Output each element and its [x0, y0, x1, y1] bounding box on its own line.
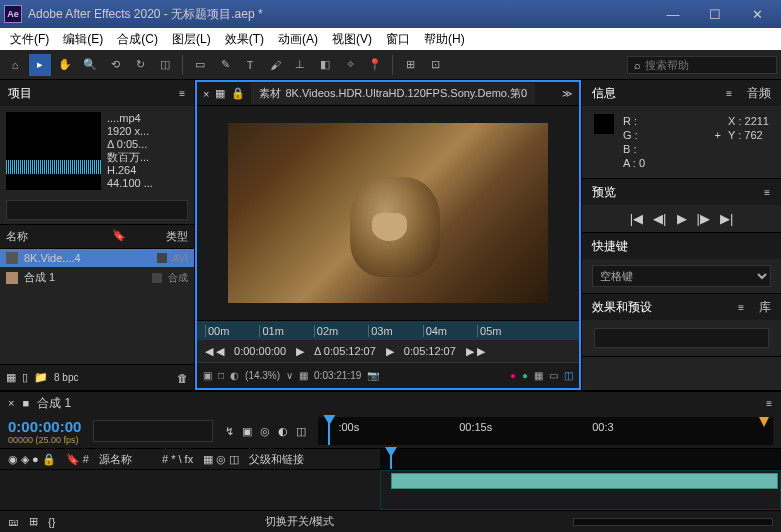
- menu-layer[interactable]: 图层(L): [166, 29, 217, 50]
- footage-metadata: ....mp4 1920 x... Δ 0:05... 数百万... H.264…: [107, 112, 153, 190]
- menu-file[interactable]: 文件(F): [4, 29, 55, 50]
- video-frame: [228, 123, 548, 303]
- menu-window[interactable]: 窗口: [380, 29, 416, 50]
- maximize-button[interactable]: ☐: [703, 7, 727, 22]
- col-source[interactable]: 源名称: [99, 452, 132, 467]
- lock-icon[interactable]: 🔒: [231, 87, 245, 100]
- tl-icon[interactable]: ◐: [278, 425, 288, 438]
- audio-tab[interactable]: 音频: [747, 85, 771, 102]
- channel-icon[interactable]: ▦: [299, 370, 308, 381]
- align-icon[interactable]: ⊡: [424, 54, 446, 76]
- rotate-tool[interactable]: ↻: [129, 54, 151, 76]
- snap-icon[interactable]: ⊞: [399, 54, 421, 76]
- timeline-search[interactable]: [93, 420, 213, 442]
- panel-menu-icon[interactable]: ≡: [179, 88, 186, 99]
- puppet-tool[interactable]: 📍: [364, 54, 386, 76]
- close-tab-icon[interactable]: ×: [203, 88, 209, 100]
- project-item[interactable]: 8K.Vide....4 AVI: [0, 249, 194, 267]
- col-name-header[interactable]: 名称: [6, 229, 28, 244]
- playhead[interactable]: [390, 449, 392, 469]
- tl-footer-icon[interactable]: ⊞: [29, 515, 38, 528]
- menu-effect[interactable]: 效果(T): [219, 29, 270, 50]
- grid-icon[interactable]: ▦: [215, 87, 225, 100]
- col-type-header[interactable]: 类型: [166, 229, 188, 244]
- eraser-tool[interactable]: ◧: [314, 54, 336, 76]
- divider: [182, 55, 183, 75]
- help-search-input[interactable]: [645, 59, 770, 71]
- selection-tool[interactable]: ▸: [29, 54, 51, 76]
- menu-view[interactable]: 视图(V): [326, 29, 378, 50]
- brush-tool[interactable]: 🖌: [264, 54, 286, 76]
- viewer-menu-icon[interactable]: ≫: [562, 88, 573, 99]
- res-icon[interactable]: □: [218, 370, 224, 381]
- first-frame-button[interactable]: |◀: [630, 211, 643, 226]
- menu-composition[interactable]: 合成(C): [111, 29, 164, 50]
- library-tab[interactable]: 库: [759, 299, 771, 316]
- last-frame-button[interactable]: ▶|: [720, 211, 733, 226]
- info-tab[interactable]: 信息: [592, 85, 616, 102]
- preview-tab[interactable]: 预览: [592, 184, 616, 201]
- roto-tool[interactable]: ✧: [339, 54, 361, 76]
- pen-tool[interactable]: ✎: [214, 54, 236, 76]
- folder-icon[interactable]: 📁: [34, 371, 48, 384]
- footage-ruler[interactable]: 00m 01m 02m 03m 04m 05m: [197, 320, 579, 340]
- duration[interactable]: Δ 0:05:12:07: [314, 345, 376, 357]
- close-comp-icon[interactable]: ×: [8, 397, 14, 409]
- comp-tab[interactable]: 合成 1: [37, 395, 71, 412]
- tl-footer-icon[interactable]: 🖭: [8, 516, 19, 528]
- menu-edit[interactable]: 编辑(E): [57, 29, 109, 50]
- viewer-tab[interactable]: 素材8K.Videos.HDR.UltraHD.120FPS.Sony.Demo…: [251, 83, 535, 104]
- trash-icon[interactable]: 🗑: [177, 372, 188, 384]
- shortcut-tab[interactable]: 快捷键: [592, 238, 628, 255]
- time-out[interactable]: 0:05:12:07: [404, 345, 456, 357]
- transparency-icon[interactable]: ▦: [534, 370, 543, 381]
- help-search[interactable]: ⌕: [627, 56, 777, 74]
- tl-icon[interactable]: ↯: [225, 425, 234, 438]
- col-parent[interactable]: 父级和链接: [249, 452, 304, 467]
- time-in[interactable]: 0:00:00:00: [234, 345, 286, 357]
- stamp-tool[interactable]: ⊥: [289, 54, 311, 76]
- shortcut-select[interactable]: 空格键: [592, 265, 771, 287]
- project-tab[interactable]: 项目: [8, 85, 32, 102]
- camera-tool[interactable]: ◫: [154, 54, 176, 76]
- interpret-icon[interactable]: ▦: [6, 371, 16, 384]
- switches-toggle[interactable]: 切换开关/模式: [265, 514, 334, 529]
- mag-icon[interactable]: ▣: [203, 370, 212, 381]
- zoom-slider[interactable]: [573, 518, 773, 526]
- rect-tool[interactable]: ▭: [189, 54, 211, 76]
- zoom-level[interactable]: (14.3%): [245, 370, 280, 381]
- tl-icon[interactable]: ▣: [242, 425, 252, 438]
- minimize-button[interactable]: —: [661, 7, 685, 22]
- view-icon[interactable]: ◫: [564, 370, 573, 381]
- zoom-tool[interactable]: 🔍: [79, 54, 101, 76]
- home-icon[interactable]: ⌂: [4, 54, 26, 76]
- effects-tab[interactable]: 效果和预设: [592, 299, 652, 316]
- bpc-label[interactable]: 8 bpc: [54, 372, 78, 383]
- playhead[interactable]: [328, 417, 330, 445]
- menu-help[interactable]: 帮助(H): [418, 29, 471, 50]
- layer-clip[interactable]: [391, 473, 778, 489]
- text-tool[interactable]: T: [239, 54, 261, 76]
- current-tc[interactable]: 0:03:21:19: [314, 370, 361, 381]
- tl-icon[interactable]: ◫: [296, 425, 306, 438]
- project-search-input[interactable]: [6, 200, 188, 220]
- menu-animation[interactable]: 动画(A): [272, 29, 324, 50]
- viewer-area[interactable]: [197, 106, 579, 320]
- close-button[interactable]: ✕: [745, 7, 769, 22]
- layer-icon[interactable]: ▯: [22, 371, 28, 384]
- footage-thumbnail[interactable]: [6, 112, 101, 190]
- orbit-tool[interactable]: ⟲: [104, 54, 126, 76]
- region-icon[interactable]: ▭: [549, 370, 558, 381]
- project-item[interactable]: 合成 1 合成: [0, 267, 194, 288]
- tl-footer-icon[interactable]: {}: [48, 516, 55, 528]
- mask-icon[interactable]: ◐: [230, 370, 239, 381]
- prev-frame-button[interactable]: ◀|: [653, 211, 666, 226]
- effects-search[interactable]: [594, 328, 769, 348]
- next-frame-button[interactable]: |▶: [697, 211, 710, 226]
- divider: [392, 55, 393, 75]
- camera-icon[interactable]: 📷: [367, 370, 379, 381]
- timeline-timecode[interactable]: 0:00:00:00: [8, 418, 81, 435]
- hand-tool[interactable]: ✋: [54, 54, 76, 76]
- tl-icon[interactable]: ◎: [260, 425, 270, 438]
- play-button[interactable]: ▶: [677, 211, 687, 226]
